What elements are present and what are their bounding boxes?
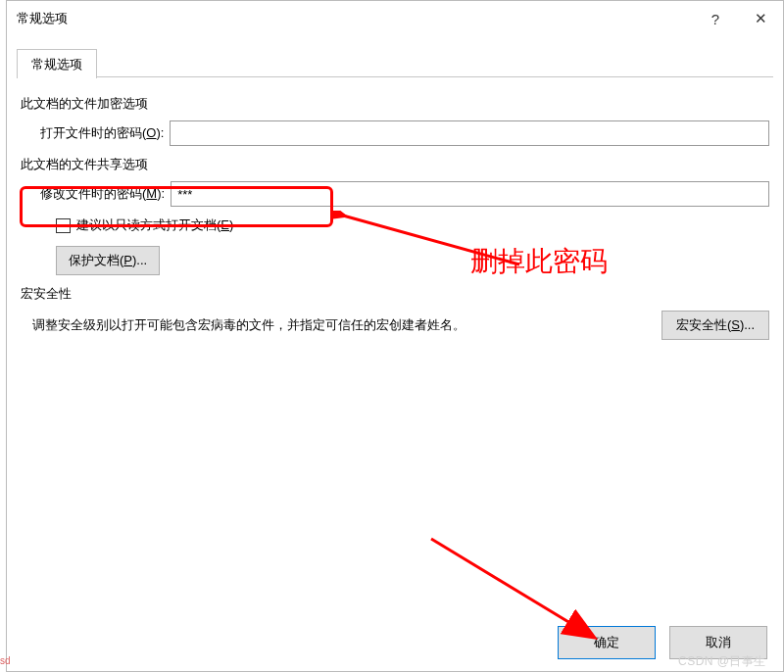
watermark: CSDN @日事生	[678, 653, 766, 670]
annotation-delete-pwd: 删掉此密码	[470, 243, 608, 280]
open-password-input[interactable]	[170, 120, 769, 146]
macro-desc: 调整安全级别以打开可能包含宏病毒的文件，并指定可信任的宏创建者姓名。	[32, 311, 662, 334]
modify-password-input[interactable]	[171, 181, 769, 207]
section-macro-label: 宏安全性	[21, 285, 769, 303]
label-post: )...	[740, 317, 755, 332]
tab-general[interactable]: 常规选项	[17, 49, 97, 78]
window-controls: ? ✕	[693, 1, 783, 36]
protect-doc-button[interactable]: 保护文档(P)...	[56, 246, 160, 275]
help-icon[interactable]: ?	[693, 1, 738, 36]
macro-row: 调整安全级别以打开可能包含宏病毒的文件，并指定可信任的宏创建者姓名。 宏安全性(…	[32, 311, 769, 340]
dialog-window: 常规选项 ? ✕ 常规选项 此文档的文件加密选项 打开文件时的密码(O): 此文…	[6, 0, 784, 672]
ok-button[interactable]: 确定	[558, 626, 656, 659]
sd-label: sd	[0, 655, 11, 666]
open-password-row: 打开文件时的密码(O):	[40, 120, 769, 146]
label-key: P	[123, 253, 132, 267]
readonly-checkbox-row[interactable]: 建议以只读方式打开文档(E)	[56, 216, 769, 234]
label-post: ):	[157, 186, 165, 201]
label-post: ):	[156, 125, 164, 140]
macro-security-button[interactable]: 宏安全性(S)...	[662, 311, 769, 340]
label-pre: 修改文件时的密码(	[40, 186, 146, 201]
protect-doc-row: 保护文档(P)...	[56, 246, 769, 275]
label-pre: 宏安全性(	[676, 317, 731, 332]
window-title: 常规选项	[17, 10, 68, 27]
section-share-label: 此文档的文件共享选项	[21, 156, 769, 173]
dialog-content: 此文档的文件加密选项 打开文件时的密码(O): 此文档的文件共享选项 修改文件时…	[7, 77, 783, 340]
label-key: O	[146, 125, 156, 140]
close-icon[interactable]: ✕	[738, 1, 783, 36]
label-post: )	[229, 217, 233, 232]
titlebar: 常规选项 ? ✕	[7, 1, 783, 36]
tab-strip: 常规选项	[17, 48, 773, 77]
label-pre: 保护文档(	[69, 253, 123, 267]
modify-password-row: 修改文件时的密码(M):	[40, 181, 769, 207]
readonly-checkbox[interactable]	[56, 218, 71, 233]
label-pre: 打开文件时的密码(	[40, 125, 146, 140]
open-password-label: 打开文件时的密码(O):	[40, 124, 170, 142]
readonly-checkbox-label: 建议以只读方式打开文档(E)	[76, 216, 233, 234]
label-post: )...	[132, 253, 147, 267]
section-encrypt-label: 此文档的文件加密选项	[21, 95, 769, 113]
label-key: S	[731, 317, 740, 332]
label-key: M	[146, 186, 157, 201]
label-pre: 建议以只读方式打开文档(	[76, 217, 220, 232]
label-key: E	[220, 217, 229, 232]
modify-password-label: 修改文件时的密码(M):	[40, 185, 171, 203]
